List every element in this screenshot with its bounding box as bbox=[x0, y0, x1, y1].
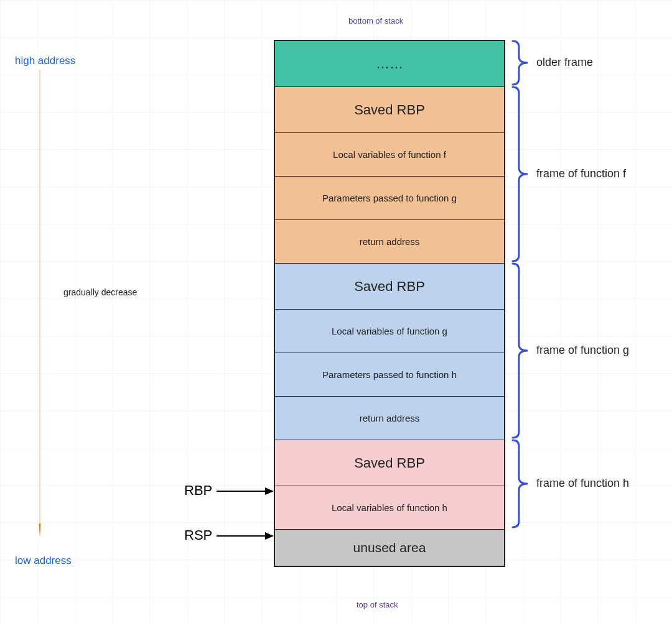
stack-column: ……Saved RBPLocal variables of function f… bbox=[274, 40, 505, 567]
stack-cell: return address bbox=[275, 397, 504, 440]
frame-h-label: frame of function h bbox=[536, 477, 629, 490]
top-of-stack-label: top of stack bbox=[357, 600, 398, 609]
frame-f-label: frame of function f bbox=[536, 167, 626, 180]
brace-f-icon bbox=[510, 86, 529, 262]
rsp-arrow-icon bbox=[217, 530, 274, 542]
stack-cell: Local variables of function f bbox=[275, 133, 504, 177]
svg-marker-1 bbox=[39, 524, 40, 537]
older-frame-label: older frame bbox=[536, 56, 593, 69]
brace-g-icon bbox=[510, 262, 529, 439]
frame-g-label: frame of function g bbox=[536, 344, 629, 357]
stack-cell: Parameters passed to function h bbox=[275, 353, 504, 397]
address-arrow-icon bbox=[39, 70, 41, 537]
stack-cell: unused area bbox=[275, 530, 504, 566]
svg-marker-5 bbox=[265, 532, 274, 540]
stack-cell: …… bbox=[275, 41, 504, 87]
diagram-canvas: bottom of stack top of stack high addres… bbox=[0, 0, 672, 623]
rsp-label: RSP bbox=[184, 527, 212, 543]
stack-cell: Local variables of function h bbox=[275, 486, 504, 530]
svg-marker-3 bbox=[265, 487, 274, 495]
brace-older-icon bbox=[510, 40, 529, 86]
stack-cell: return address bbox=[275, 220, 504, 264]
rbp-arrow-icon bbox=[217, 485, 274, 497]
low-address-label: low address bbox=[15, 555, 72, 567]
rbp-label: RBP bbox=[184, 482, 212, 499]
stack-cell: Saved RBP bbox=[275, 264, 504, 310]
stack-cell: Saved RBP bbox=[275, 440, 504, 486]
stack-cell: Local variables of function g bbox=[275, 310, 504, 353]
brace-h-icon bbox=[510, 439, 529, 528]
stack-cell: Parameters passed to function g bbox=[275, 177, 504, 220]
stack-cell: Saved RBP bbox=[275, 87, 504, 133]
bottom-of-stack-label: bottom of stack bbox=[348, 16, 403, 25]
high-address-label: high address bbox=[15, 55, 75, 67]
gradually-decrease-label: gradually decrease bbox=[63, 287, 137, 297]
